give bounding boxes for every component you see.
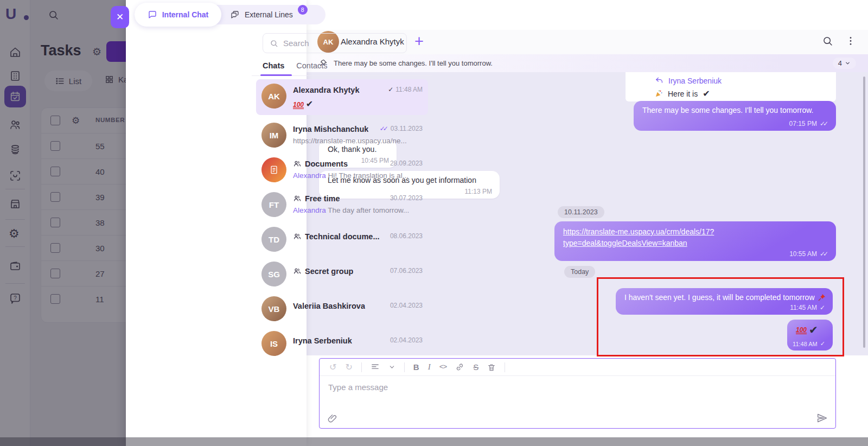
reply-quote-text: Here it is (668, 90, 698, 98)
tab-internal-chat[interactable]: Internal Chat (135, 3, 221, 27)
group-icon (293, 160, 302, 168)
conversation-scrollbar[interactable] (863, 77, 865, 348)
group-icon (293, 267, 302, 276)
align-chevron-down-icon[interactable] (388, 364, 395, 371)
group-icon (293, 194, 302, 203)
chat-list-panel: + Chats Contacts AK Alexandra Khytyk ✓11… (126, 0, 307, 446)
message-link[interactable]: type=deal&toggleDealsView=kanban (563, 238, 714, 249)
chat-time: 11:48 AM (395, 86, 423, 93)
chat-list-item[interactable]: SG Secret group 07.06.2023 (256, 257, 428, 291)
message-link[interactable]: https://translate-me.uspacy.ua/crm/deals… (563, 226, 714, 238)
close-chat-button[interactable]: ✕ (111, 6, 129, 28)
redo-icon[interactable]: ↻ (345, 362, 352, 372)
chat-name: Secret group (305, 267, 353, 276)
message-time: 11:45 AM (790, 304, 817, 311)
message-text: There may be some changes. I'll tell you… (642, 106, 813, 114)
chat-name: Valeriia Bashkirova (293, 302, 365, 310)
align-icon[interactable] (371, 362, 380, 372)
hundred-emoji: 100 (796, 326, 807, 334)
chat-list-item[interactable]: TD Technical docume... 08.06.2023 (256, 222, 428, 256)
hundred-emoji: 100 (293, 101, 304, 109)
check-emoji: ✔ (809, 323, 818, 336)
strikethrough-button[interactable]: S (473, 362, 478, 372)
read-status-icon: ✓ (820, 304, 825, 311)
reply-arrow-icon (655, 76, 664, 85)
avatar: VB (261, 296, 286, 321)
bold-button[interactable]: B (413, 362, 419, 372)
chat-bubble-icon (148, 10, 157, 20)
chat-time: 02.04.2023 (390, 336, 423, 344)
preview-author: Alexandra (293, 206, 326, 214)
pinned-count-pill[interactable]: 4 (833, 58, 856, 69)
link-button[interactable] (455, 362, 464, 372)
chat-name: Documents (305, 160, 348, 168)
avatar: AK (261, 84, 286, 109)
chat-list-item[interactable]: IM Iryna Mishchanchuk ✓✓03.11.2023 https… (256, 118, 428, 152)
chat-list-item[interactable]: VB Valeriia Bashkirova 02.04.2023 (256, 292, 428, 326)
message-bubble-outgoing[interactable]: There may be some changes. I'll tell you… (634, 101, 836, 131)
italic-button[interactable]: I (428, 362, 431, 372)
undo-icon[interactable]: ↺ (329, 362, 336, 372)
chat-list-item-selected[interactable]: AK Alexandra Khytyk ✓11:48 AM 100 ✔ (256, 79, 428, 115)
chat-preview: The day after tomorrow... (328, 206, 409, 214)
active-tab-underline (260, 74, 292, 76)
unread-badge: 8 (298, 5, 308, 15)
read-status-icon: ✓ (820, 340, 825, 347)
chat-time: 02.04.2023 (390, 302, 423, 309)
attach-file-icon[interactable] (327, 413, 338, 424)
modal-dim-overlay (0, 0, 126, 446)
pinned-message-bar[interactable]: There may be some changes. I'll tell you… (307, 54, 868, 72)
message-input[interactable]: Type a message (328, 383, 388, 392)
search-in-chat-icon[interactable] (822, 35, 833, 47)
check-emoji: ✔ (306, 99, 313, 109)
message-time: 11:13 PM (465, 188, 492, 195)
external-lines-icon (230, 10, 240, 20)
tab-external-lines[interactable]: External Lines 8 (230, 5, 308, 24)
trash-icon[interactable] (487, 363, 496, 372)
message-bubble-outgoing-emoji[interactable]: 100 ✔ 11:48 AM✓ (787, 320, 833, 351)
send-message-icon[interactable] (816, 412, 828, 424)
tab-chats[interactable]: Chats (263, 61, 284, 70)
reply-sender-name: Iryna Serbeniuk (668, 77, 722, 85)
chat-name: Technical docume... (305, 232, 380, 241)
new-chat-button[interactable]: + (414, 33, 424, 50)
message-bubble-outgoing-link[interactable]: https://translate-me.uspacy.ua/crm/deals… (554, 221, 836, 261)
tab-contacts[interactable]: Contacts (296, 61, 327, 70)
search-icon (270, 39, 278, 48)
chat-time: 07.06.2023 (390, 267, 423, 275)
reply-quote-block[interactable]: Iryna Serbeniuk Here it is ✔ (626, 72, 836, 101)
chat-mode-tabbar: Internal Chat External Lines 8 (135, 5, 326, 24)
code-button[interactable]: <> (439, 363, 447, 371)
message-time: 11:48 AM (793, 341, 818, 347)
chat-preview: https://translate-me.uspacy.ua/ne... (293, 137, 422, 145)
pushpin-emoji-icon (818, 294, 826, 301)
message-text: I haven't seen yet. I guess, it will be … (624, 293, 815, 302)
chevron-down-icon (845, 60, 851, 66)
read-status-icon: ✓✓ (820, 250, 828, 258)
chat-list-item[interactable]: FT Free time 30.07.2023 Alexandra The da… (256, 188, 428, 221)
chat-time: 30.07.2023 (390, 194, 423, 202)
avatar: SG (261, 262, 286, 286)
group-icon (293, 232, 302, 241)
tab-internal-chat-label: Internal Chat (162, 10, 209, 19)
kebab-menu-icon[interactable] (845, 35, 856, 47)
message-composer[interactable]: ↺ ↻ B I <> S Type a message (319, 358, 836, 429)
chat-list-item[interactable]: IS Iryna Serbeniuk 02.04.2023 (256, 327, 428, 360)
pinned-message-text: There may be some changes. I'll tell you… (334, 59, 827, 67)
pinned-count: 4 (838, 59, 842, 67)
preview-author: Alexandra (293, 171, 326, 180)
read-status-icon: ✓ (388, 86, 393, 93)
chat-list-item[interactable]: Documents 28.09.2023 Alexandra Hi! The t… (256, 153, 428, 187)
tab-external-lines-label: External Lines (245, 10, 293, 19)
date-divider: 10.11.2023 (558, 206, 604, 218)
avatar: FT (261, 192, 286, 217)
chat-name: Alexandra Khytyk (293, 86, 360, 94)
avatar: IS (261, 331, 286, 356)
avatar: TD (261, 227, 286, 252)
chat-search-input[interactable] (283, 39, 392, 48)
message-time: 10:55 AM (789, 250, 817, 258)
chat-name: Iryna Serbeniuk (293, 336, 352, 345)
chat-time: 03.11.2023 (391, 125, 423, 132)
chat-search[interactable] (263, 33, 407, 53)
message-bubble-outgoing[interactable]: I haven't seen yet. I guess, it will be … (616, 288, 833, 315)
